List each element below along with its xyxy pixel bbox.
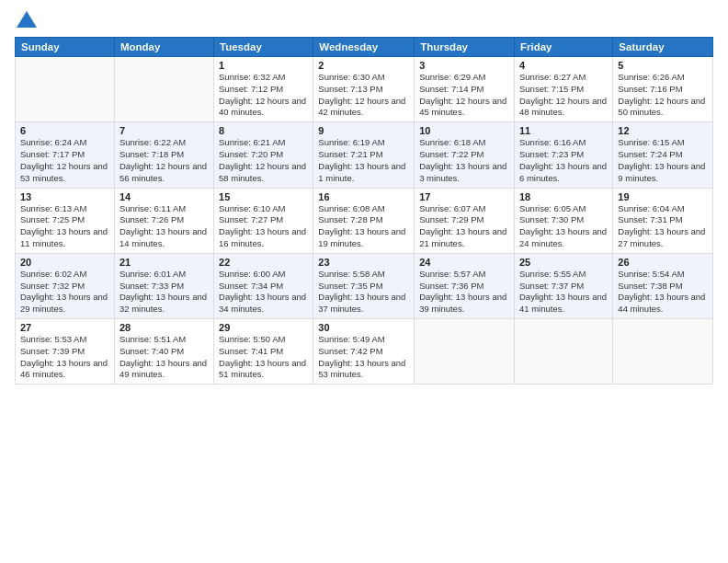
calendar-cell: 8Sunrise: 6:21 AMSunset: 7:20 PMDaylight…: [214, 122, 313, 188]
calendar-cell: 3Sunrise: 6:29 AMSunset: 7:14 PMDaylight…: [415, 57, 515, 122]
day-info: Sunrise: 6:10 AMSunset: 7:27 PMDaylight:…: [219, 203, 308, 250]
day-info: Sunrise: 6:32 AMSunset: 7:12 PMDaylight:…: [219, 72, 308, 119]
day-number: 7: [119, 125, 209, 136]
day-number: 20: [20, 257, 109, 268]
calendar-cell: [613, 319, 713, 385]
day-number: 23: [318, 257, 409, 268]
day-info: Sunrise: 5:50 AMSunset: 7:41 PMDaylight:…: [219, 334, 308, 381]
day-info: Sunrise: 6:00 AMSunset: 7:34 PMDaylight:…: [219, 269, 308, 316]
calendar-cell: 23Sunrise: 5:58 AMSunset: 7:35 PMDayligh…: [313, 253, 415, 318]
weekday-header-saturday: Saturday: [613, 38, 713, 57]
day-number: 25: [519, 257, 608, 268]
day-number: 4: [519, 60, 608, 71]
calendar-cell: [415, 319, 515, 385]
day-info: Sunrise: 6:02 AMSunset: 7:32 PMDaylight:…: [20, 269, 109, 316]
calendar-cell: 6Sunrise: 6:24 AMSunset: 7:17 PMDaylight…: [16, 122, 115, 188]
day-number: 21: [119, 257, 209, 268]
calendar-cell: 10Sunrise: 6:18 AMSunset: 7:22 PMDayligh…: [415, 122, 515, 188]
day-number: 14: [119, 191, 209, 202]
day-number: 24: [419, 257, 509, 268]
day-number: 18: [519, 191, 608, 202]
calendar-week-2: 6Sunrise: 6:24 AMSunset: 7:17 PMDaylight…: [16, 122, 713, 188]
day-number: 11: [519, 125, 608, 136]
calendar-cell: 9Sunrise: 6:19 AMSunset: 7:21 PMDaylight…: [313, 122, 415, 188]
calendar-cell: [514, 319, 612, 385]
day-number: 3: [419, 60, 509, 71]
calendar-week-3: 13Sunrise: 6:13 AMSunset: 7:25 PMDayligh…: [16, 188, 713, 253]
page: SundayMondayTuesdayWednesdayThursdayFrid…: [0, 0, 728, 563]
calendar-cell: 22Sunrise: 6:00 AMSunset: 7:34 PMDayligh…: [214, 253, 313, 318]
calendar-cell: 30Sunrise: 5:49 AMSunset: 7:42 PMDayligh…: [313, 319, 415, 385]
calendar-cell: 21Sunrise: 6:01 AMSunset: 7:33 PMDayligh…: [114, 253, 213, 318]
day-number: 12: [618, 125, 708, 136]
day-number: 13: [20, 191, 109, 202]
calendar-week-4: 20Sunrise: 6:02 AMSunset: 7:32 PMDayligh…: [16, 253, 713, 318]
weekday-header-friday: Friday: [514, 38, 612, 57]
calendar-cell: 18Sunrise: 6:05 AMSunset: 7:30 PMDayligh…: [514, 188, 612, 253]
calendar-cell: 14Sunrise: 6:11 AMSunset: 7:26 PMDayligh…: [114, 188, 213, 253]
calendar-cell: 25Sunrise: 5:55 AMSunset: 7:37 PMDayligh…: [514, 253, 612, 318]
weekday-header-thursday: Thursday: [415, 38, 515, 57]
day-info: Sunrise: 6:08 AMSunset: 7:28 PMDaylight:…: [318, 203, 409, 250]
day-number: 16: [318, 191, 409, 202]
calendar-cell: 2Sunrise: 6:30 AMSunset: 7:13 PMDaylight…: [313, 57, 415, 122]
day-number: 22: [219, 257, 308, 268]
day-info: Sunrise: 6:30 AMSunset: 7:13 PMDaylight:…: [318, 72, 409, 119]
calendar-cell: 19Sunrise: 6:04 AMSunset: 7:31 PMDayligh…: [613, 188, 713, 253]
calendar-cell: 4Sunrise: 6:27 AMSunset: 7:15 PMDaylight…: [514, 57, 612, 122]
svg-marker-0: [17, 11, 37, 28]
day-number: 19: [618, 191, 708, 202]
day-info: Sunrise: 5:51 AMSunset: 7:40 PMDaylight:…: [119, 334, 209, 381]
weekday-header-wednesday: Wednesday: [313, 38, 415, 57]
calendar-cell: 27Sunrise: 5:53 AMSunset: 7:39 PMDayligh…: [16, 319, 115, 385]
calendar-cell: [114, 57, 213, 122]
calendar-table: SundayMondayTuesdayWednesdayThursdayFrid…: [15, 37, 713, 385]
calendar-cell: 1Sunrise: 6:32 AMSunset: 7:12 PMDaylight…: [214, 57, 313, 122]
calendar-cell: 29Sunrise: 5:50 AMSunset: 7:41 PMDayligh…: [214, 319, 313, 385]
day-info: Sunrise: 5:57 AMSunset: 7:36 PMDaylight:…: [419, 269, 509, 316]
weekday-header-tuesday: Tuesday: [214, 38, 313, 57]
calendar-cell: [16, 57, 115, 122]
weekday-header-monday: Monday: [114, 38, 213, 57]
day-info: Sunrise: 6:27 AMSunset: 7:15 PMDaylight:…: [519, 72, 608, 119]
day-number: 9: [318, 125, 409, 136]
day-number: 28: [119, 322, 209, 333]
day-info: Sunrise: 5:58 AMSunset: 7:35 PMDaylight:…: [318, 269, 409, 316]
calendar-header-row: SundayMondayTuesdayWednesdayThursdayFrid…: [16, 38, 713, 57]
calendar-cell: 16Sunrise: 6:08 AMSunset: 7:28 PMDayligh…: [313, 188, 415, 253]
calendar-cell: 17Sunrise: 6:07 AMSunset: 7:29 PMDayligh…: [415, 188, 515, 253]
day-info: Sunrise: 5:54 AMSunset: 7:38 PMDaylight:…: [618, 269, 708, 316]
day-info: Sunrise: 6:01 AMSunset: 7:33 PMDaylight:…: [119, 269, 209, 316]
day-number: 8: [219, 125, 308, 136]
day-number: 26: [618, 257, 708, 268]
calendar-cell: 13Sunrise: 6:13 AMSunset: 7:25 PMDayligh…: [16, 188, 115, 253]
day-info: Sunrise: 6:19 AMSunset: 7:21 PMDaylight:…: [318, 137, 409, 184]
day-number: 17: [419, 191, 509, 202]
day-info: Sunrise: 6:11 AMSunset: 7:26 PMDaylight:…: [119, 203, 209, 250]
calendar-week-5: 27Sunrise: 5:53 AMSunset: 7:39 PMDayligh…: [16, 319, 713, 385]
header: [15, 11, 713, 29]
day-number: 6: [20, 125, 109, 136]
calendar-cell: 20Sunrise: 6:02 AMSunset: 7:32 PMDayligh…: [16, 253, 115, 318]
day-info: Sunrise: 6:29 AMSunset: 7:14 PMDaylight:…: [419, 72, 509, 119]
calendar-cell: 5Sunrise: 6:26 AMSunset: 7:16 PMDaylight…: [613, 57, 713, 122]
calendar-cell: 11Sunrise: 6:16 AMSunset: 7:23 PMDayligh…: [514, 122, 612, 188]
weekday-header-sunday: Sunday: [16, 38, 115, 57]
day-number: 15: [219, 191, 308, 202]
calendar-week-1: 1Sunrise: 6:32 AMSunset: 7:12 PMDaylight…: [16, 57, 713, 122]
day-info: Sunrise: 6:18 AMSunset: 7:22 PMDaylight:…: [419, 137, 509, 184]
day-number: 27: [20, 322, 109, 333]
day-info: Sunrise: 6:04 AMSunset: 7:31 PMDaylight:…: [618, 203, 708, 250]
day-number: 1: [219, 60, 308, 71]
day-info: Sunrise: 6:07 AMSunset: 7:29 PMDaylight:…: [419, 203, 509, 250]
day-number: 5: [618, 60, 708, 71]
calendar-cell: 28Sunrise: 5:51 AMSunset: 7:40 PMDayligh…: [114, 319, 213, 385]
day-info: Sunrise: 6:13 AMSunset: 7:25 PMDaylight:…: [20, 203, 109, 250]
logo-icon: [17, 11, 37, 28]
calendar-cell: 12Sunrise: 6:15 AMSunset: 7:24 PMDayligh…: [613, 122, 713, 188]
day-info: Sunrise: 6:21 AMSunset: 7:20 PMDaylight:…: [219, 137, 308, 184]
day-info: Sunrise: 6:05 AMSunset: 7:30 PMDaylight:…: [519, 203, 608, 250]
day-info: Sunrise: 6:26 AMSunset: 7:16 PMDaylight:…: [618, 72, 708, 119]
day-info: Sunrise: 6:24 AMSunset: 7:17 PMDaylight:…: [20, 137, 109, 184]
day-number: 10: [419, 125, 509, 136]
